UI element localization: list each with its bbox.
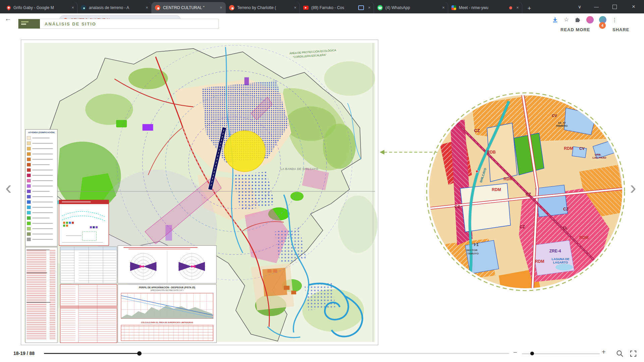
zoning-label: URB. (595, 153, 601, 156)
zoning-label: CV (552, 114, 557, 118)
zoning-label: CZ (520, 225, 525, 229)
browser-back-button[interactable]: ← (5, 15, 11, 22)
tab-title: CENTRO CULTURAL " (163, 5, 216, 10)
svg-text:PERFIL DE APROXIMACIÓN - DESPE: PERFIL DE APROXIMACIÓN - DESPEGUE (PISTA… (139, 286, 195, 289)
document-logo (18, 19, 40, 28)
tab-close-button[interactable]: × (218, 5, 224, 10)
browser-tab-5[interactable]: ▶(89) Farruko - Cos× (300, 2, 374, 13)
bookmark-star-icon[interactable]: ☆ (564, 16, 569, 23)
approach-profile-box: PERFIL DE APROXIMACIÓN - DESPEGUE (PISTA… (118, 285, 216, 343)
svg-text:LA BANDA DE SHILCAYO: LA BANDA DE SHILCAYO (280, 167, 318, 171)
previous-page-arrow[interactable]: ‹ (5, 178, 12, 197)
next-page-arrow[interactable]: › (630, 178, 636, 197)
youtube-favicon-icon: ▶ (303, 6, 309, 10)
zoning-label: I-1 (474, 242, 479, 247)
download-icon[interactable] (552, 16, 558, 23)
kebab-menu-icon[interactable]: ⋮ (612, 17, 617, 23)
tab-close-button[interactable]: × (70, 5, 75, 10)
signals-box (59, 200, 109, 246)
page-title: ANÁLISIS DE SITIO (40, 21, 96, 26)
progress-handle[interactable] (137, 351, 142, 356)
maps-favicon-icon (6, 5, 12, 11)
zoom-out-button[interactable]: − (513, 349, 517, 356)
magnifier-icon[interactable] (616, 350, 624, 358)
zoning-label: LAS PRAD (593, 156, 606, 159)
browser-action-icons: ☆ ⋮ (552, 16, 617, 24)
browser-tab-2[interactable]: analasis de terreno - A× (77, 2, 152, 13)
read-more-button[interactable]: READ MORE (560, 27, 590, 32)
page-indicator: 18-19 / 88 (13, 351, 35, 356)
zoning-label: CZ (526, 192, 531, 197)
window-maximize-button[interactable] (606, 0, 623, 13)
tab-bar: Grifo Gaby - Google M×analasis de terren… (0, 0, 644, 13)
browser-tab-3[interactable]: CENTRO CULTURAL "× (152, 2, 226, 13)
zoning-label: RDM (564, 146, 573, 151)
zoning-label: RDB (487, 150, 496, 155)
site-highlight (224, 131, 266, 172)
windrose-box (118, 246, 216, 284)
zoom-detail-circle: ★ CZRDBRDMRDMRDMCVAA. TVFEBREROCVCZCZCZC… (425, 91, 626, 292)
red-tables-box (60, 285, 117, 343)
issuu-favicon-icon (155, 5, 160, 10)
browser-window: Grifo Gaby - Google M×analasis de terren… (0, 0, 644, 362)
browser-tab-4[interactable]: Terreno by Charlotte (× (226, 2, 300, 13)
zoning-label: TAMUYO (467, 252, 479, 255)
zoning-label: RDM (492, 187, 501, 192)
tab-title: (4) WhatsApp (385, 5, 438, 10)
zoning-label: CZ (563, 207, 569, 212)
zoning-label: CV (579, 146, 585, 150)
zoning-label: ZRE-4 (549, 249, 561, 253)
browser-tab-1[interactable]: Grifo Gaby - Google M× (3, 2, 77, 13)
fullscreen-icon[interactable] (629, 350, 637, 358)
whatsapp-favicon-icon: ☎ (377, 5, 383, 10)
notification-badge: 4 (599, 22, 606, 29)
viewer-bottom-bar: 18-19 / 88 − + (0, 345, 644, 362)
extensions-icon[interactable] (574, 16, 581, 23)
legend-box: LEYENDA (ZONIFICACIÓN) (25, 129, 57, 246)
table-box (60, 247, 117, 283)
zoom-in-button[interactable]: + (602, 348, 606, 356)
progress-fill (44, 353, 139, 354)
zoning-label: FEBRERO (556, 125, 568, 127)
recording-indicator-icon (509, 6, 512, 9)
svg-text:CÁLCULO PARA EL ÁREA DE SUPERF: CÁLCULO PARA EL ÁREA DE SUPERFICIES LIMI… (141, 321, 193, 323)
site-star-marker: ★ (475, 168, 479, 174)
zoning-label: RDM (579, 235, 588, 240)
tab-title: Terreno by Charlotte ( (237, 5, 290, 10)
browser-tab-6[interactable]: ☎(4) WhatsApp× (374, 2, 448, 13)
zoning-label: RDM (535, 259, 544, 264)
tab-search-caret-icon[interactable]: ∨ (572, 0, 587, 13)
tab-title: Grifo Gaby - Google M (13, 5, 67, 10)
document-header-bar: ANÁLISIS DE SITIO (18, 19, 219, 29)
tab-close-button[interactable]: × (292, 5, 298, 10)
maximize-icon (612, 5, 617, 9)
window-close-button[interactable]: × (624, 0, 643, 13)
issuu-favicon-icon (229, 5, 234, 10)
legend-notes-box (25, 247, 57, 343)
document-page-map[interactable]: ÁREA DE PROTECCIÓN ECOLÓGICA "CORDILLERA… (21, 40, 378, 345)
zoning-detail-map: ★ CZRDBRDMRDMRDMCVAA. TVFEBREROCVCZCZCZC… (425, 91, 626, 292)
zoning-label: LAGUNA DE (551, 257, 569, 261)
zoning-label: CZ (474, 128, 480, 133)
progress-scrubber[interactable] (44, 353, 509, 354)
zoning-label: LAGARTO (553, 261, 568, 264)
share-button[interactable]: SHARE (612, 27, 630, 32)
tab-strip: Grifo Gaby - Google M×analasis de terren… (3, 0, 534, 13)
meet-favicon-icon (451, 5, 456, 10)
browser-tab-7[interactable]: Meet - nmw-ywu× (448, 2, 522, 13)
tab-close-button[interactable]: × (144, 5, 150, 10)
tab-close-button[interactable]: × (441, 5, 446, 10)
window-minimize-button[interactable]: — (588, 0, 605, 13)
zoom-slider-handle[interactable] (530, 352, 534, 355)
new-tab-button[interactable]: + (524, 3, 534, 13)
issuu-dark-favicon-icon (81, 5, 86, 10)
zoning-label: RDM (503, 177, 513, 181)
zoning-label: CL (563, 226, 568, 230)
profile-avatar[interactable] (586, 16, 594, 23)
tab-close-button[interactable]: × (367, 5, 372, 10)
zoning-label: SECTOR (466, 249, 477, 252)
zoning-label: AA. TV (558, 122, 566, 124)
tab-title: (89) Farruko - Cos (311, 5, 356, 10)
svg-text:APROXIMACIÓN DE PRECISIÓN CAT: APROXIMACIÓN DE PRECISIÓN CAT I (151, 289, 184, 291)
tab-close-button[interactable]: × (515, 5, 520, 10)
